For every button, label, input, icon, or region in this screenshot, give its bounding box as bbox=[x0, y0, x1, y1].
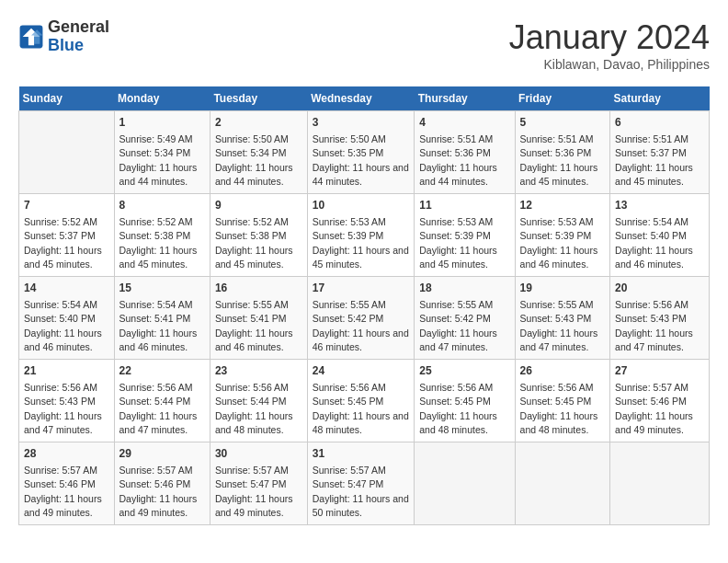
header-row: Sunday Monday Tuesday Wednesday Thursday… bbox=[19, 86, 710, 111]
sunset-info: Sunset: 5:43 PM bbox=[615, 313, 687, 324]
day-number: 3 bbox=[313, 115, 410, 131]
day-number: 21 bbox=[24, 363, 109, 379]
sunset-info: Sunset: 5:37 PM bbox=[615, 147, 687, 158]
sunrise-info: Sunrise: 5:53 AM bbox=[419, 216, 493, 227]
calendar-week-3: 14 Sunrise: 5:54 AM Sunset: 5:40 PM Dayl… bbox=[19, 277, 710, 360]
calendar-cell: 2 Sunrise: 5:50 AM Sunset: 5:34 PM Dayli… bbox=[210, 111, 307, 194]
calendar-cell: 4 Sunrise: 5:51 AM Sunset: 5:36 PM Dayli… bbox=[415, 111, 515, 194]
daylight-info: Daylight: 11 hours and 44 minutes. bbox=[119, 162, 198, 187]
sunset-info: Sunset: 5:39 PM bbox=[313, 230, 384, 241]
day-number: 2 bbox=[215, 115, 302, 131]
daylight-info: Daylight: 11 hours and 49 minutes. bbox=[615, 410, 693, 435]
day-number: 20 bbox=[615, 281, 704, 296]
calendar-cell: 24 Sunrise: 5:56 AM Sunset: 5:45 PM Dayl… bbox=[307, 360, 415, 442]
sunrise-info: Sunrise: 5:56 AM bbox=[419, 382, 493, 393]
logo-icon bbox=[18, 24, 44, 50]
day-number: 27 bbox=[615, 363, 704, 379]
page-header: General Blue January 2024 Kiblawan, Dava… bbox=[18, 18, 710, 72]
day-number: 29 bbox=[119, 446, 205, 462]
calendar-cell: 7 Sunrise: 5:52 AM Sunset: 5:37 PM Dayli… bbox=[19, 194, 115, 277]
sunset-info: Sunset: 5:38 PM bbox=[119, 230, 191, 241]
header-thursday: Thursday bbox=[415, 86, 515, 111]
day-number: 4 bbox=[419, 115, 509, 131]
header-friday: Friday bbox=[515, 86, 610, 111]
calendar-cell bbox=[610, 442, 710, 525]
sunset-info: Sunset: 5:47 PM bbox=[313, 478, 384, 489]
day-number: 28 bbox=[24, 446, 109, 462]
calendar-cell: 18 Sunrise: 5:55 AM Sunset: 5:42 PM Dayl… bbox=[415, 277, 515, 360]
logo: General Blue bbox=[18, 18, 109, 55]
day-number: 11 bbox=[419, 198, 509, 213]
day-number: 1 bbox=[119, 115, 205, 131]
header-monday: Monday bbox=[114, 86, 210, 111]
sunrise-info: Sunrise: 5:55 AM bbox=[520, 299, 594, 310]
daylight-info: Daylight: 11 hours and 45 minutes. bbox=[215, 245, 293, 270]
sunrise-info: Sunrise: 5:52 AM bbox=[119, 216, 193, 227]
sunset-info: Sunset: 5:42 PM bbox=[313, 313, 384, 324]
sunrise-info: Sunrise: 5:57 AM bbox=[215, 465, 289, 476]
day-number: 7 bbox=[24, 198, 109, 213]
daylight-info: Daylight: 11 hours and 46 minutes. bbox=[215, 327, 293, 352]
calendar-cell: 16 Sunrise: 5:55 AM Sunset: 5:41 PM Dayl… bbox=[210, 277, 307, 360]
sunset-info: Sunset: 5:34 PM bbox=[215, 147, 287, 158]
sunrise-info: Sunrise: 5:49 AM bbox=[119, 133, 193, 144]
sunset-info: Sunset: 5:35 PM bbox=[313, 147, 384, 158]
title-section: January 2024 Kiblawan, Davao, Philippine… bbox=[509, 18, 710, 72]
sunrise-info: Sunrise: 5:51 AM bbox=[419, 133, 493, 144]
sunset-info: Sunset: 5:43 PM bbox=[520, 313, 592, 324]
sunset-info: Sunset: 5:45 PM bbox=[313, 396, 384, 407]
daylight-info: Daylight: 11 hours and 47 minutes. bbox=[119, 410, 198, 435]
calendar-table: Sunday Monday Tuesday Wednesday Thursday… bbox=[18, 86, 710, 525]
sunrise-info: Sunrise: 5:54 AM bbox=[119, 299, 193, 310]
calendar-cell: 30 Sunrise: 5:57 AM Sunset: 5:47 PM Dayl… bbox=[210, 442, 307, 525]
calendar-cell: 31 Sunrise: 5:57 AM Sunset: 5:47 PM Dayl… bbox=[307, 442, 415, 525]
daylight-info: Daylight: 11 hours and 44 minutes. bbox=[419, 162, 497, 187]
sunrise-info: Sunrise: 5:51 AM bbox=[615, 133, 688, 144]
sunset-info: Sunset: 5:46 PM bbox=[615, 396, 687, 407]
sunrise-info: Sunrise: 5:55 AM bbox=[215, 299, 289, 310]
daylight-info: Daylight: 11 hours and 47 minutes. bbox=[520, 327, 598, 352]
daylight-info: Daylight: 11 hours and 48 minutes. bbox=[419, 410, 497, 435]
day-number: 14 bbox=[24, 281, 109, 296]
calendar-cell: 23 Sunrise: 5:56 AM Sunset: 5:44 PM Dayl… bbox=[210, 360, 307, 442]
sunset-info: Sunset: 5:39 PM bbox=[520, 230, 592, 241]
daylight-info: Daylight: 11 hours and 49 minutes. bbox=[119, 493, 198, 518]
calendar-week-2: 7 Sunrise: 5:52 AM Sunset: 5:37 PM Dayli… bbox=[19, 194, 710, 277]
sunrise-info: Sunrise: 5:56 AM bbox=[520, 382, 594, 393]
sunset-info: Sunset: 5:36 PM bbox=[419, 147, 491, 158]
day-number: 24 bbox=[313, 363, 410, 379]
daylight-info: Daylight: 11 hours and 44 minutes. bbox=[215, 162, 293, 187]
sunset-info: Sunset: 5:36 PM bbox=[520, 147, 592, 158]
calendar-cell: 9 Sunrise: 5:52 AM Sunset: 5:38 PM Dayli… bbox=[210, 194, 307, 277]
daylight-info: Daylight: 11 hours and 50 minutes. bbox=[313, 493, 409, 518]
daylight-info: Daylight: 11 hours and 45 minutes. bbox=[119, 245, 198, 270]
sunrise-info: Sunrise: 5:53 AM bbox=[313, 216, 386, 227]
day-number: 12 bbox=[520, 198, 606, 213]
sunrise-info: Sunrise: 5:52 AM bbox=[215, 216, 289, 227]
sunset-info: Sunset: 5:40 PM bbox=[24, 313, 96, 324]
sunrise-info: Sunrise: 5:52 AM bbox=[24, 216, 97, 227]
day-number: 16 bbox=[215, 281, 302, 296]
daylight-info: Daylight: 11 hours and 46 minutes. bbox=[520, 245, 598, 270]
daylight-info: Daylight: 11 hours and 49 minutes. bbox=[24, 493, 102, 518]
calendar-header: Sunday Monday Tuesday Wednesday Thursday… bbox=[19, 86, 710, 111]
calendar-cell: 21 Sunrise: 5:56 AM Sunset: 5:43 PM Dayl… bbox=[19, 360, 115, 442]
sunrise-info: Sunrise: 5:50 AM bbox=[215, 133, 289, 144]
calendar-cell: 25 Sunrise: 5:56 AM Sunset: 5:45 PM Dayl… bbox=[415, 360, 515, 442]
calendar-week-4: 21 Sunrise: 5:56 AM Sunset: 5:43 PM Dayl… bbox=[19, 360, 710, 442]
daylight-info: Daylight: 11 hours and 49 minutes. bbox=[215, 493, 293, 518]
calendar-body: 1 Sunrise: 5:49 AM Sunset: 5:34 PM Dayli… bbox=[19, 111, 710, 525]
sunset-info: Sunset: 5:46 PM bbox=[24, 478, 96, 489]
calendar-cell: 15 Sunrise: 5:54 AM Sunset: 5:41 PM Dayl… bbox=[114, 277, 210, 360]
day-number: 8 bbox=[119, 198, 205, 213]
sunrise-info: Sunrise: 5:56 AM bbox=[215, 382, 289, 393]
sunset-info: Sunset: 5:42 PM bbox=[419, 313, 491, 324]
calendar-cell bbox=[19, 111, 115, 194]
sunrise-info: Sunrise: 5:56 AM bbox=[615, 299, 688, 310]
daylight-info: Daylight: 11 hours and 46 minutes. bbox=[24, 327, 102, 352]
sunset-info: Sunset: 5:46 PM bbox=[119, 478, 191, 489]
daylight-info: Daylight: 11 hours and 45 minutes. bbox=[24, 245, 102, 270]
calendar-cell bbox=[515, 442, 610, 525]
sunrise-info: Sunrise: 5:55 AM bbox=[313, 299, 386, 310]
calendar-cell: 22 Sunrise: 5:56 AM Sunset: 5:44 PM Dayl… bbox=[114, 360, 210, 442]
